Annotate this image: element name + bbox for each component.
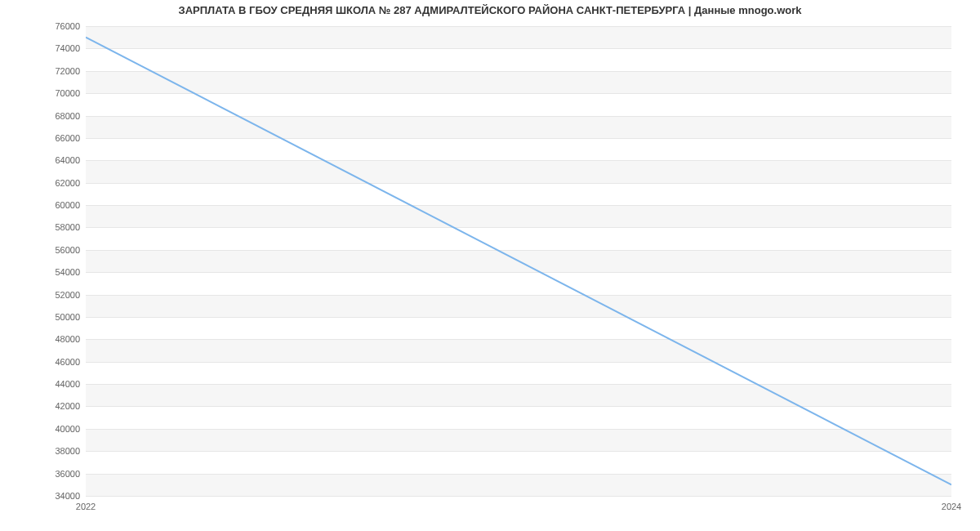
y-tick-label: 62000 xyxy=(7,178,80,188)
y-tick-label: 56000 xyxy=(7,245,80,255)
y-tick-label: 38000 xyxy=(7,446,80,456)
y-tick-label: 68000 xyxy=(7,111,80,121)
y-tick-label: 46000 xyxy=(7,357,80,367)
line-series xyxy=(86,26,951,496)
y-tick-label: 52000 xyxy=(7,290,80,300)
x-tick-label: 2022 xyxy=(76,502,96,511)
y-tick-label: 40000 xyxy=(7,424,80,434)
y-tick-label: 76000 xyxy=(7,21,80,31)
y-tick-label: 74000 xyxy=(7,43,80,53)
y-gridline xyxy=(86,496,951,497)
y-tick-label: 64000 xyxy=(7,155,80,165)
y-tick-label: 72000 xyxy=(7,66,80,76)
y-tick-label: 66000 xyxy=(7,133,80,143)
chart-title: ЗАРПЛАТА В ГБОУ СРЕДНЯЯ ШКОЛА № 287 АДМИ… xyxy=(0,4,980,16)
x-tick-label: 2024 xyxy=(942,502,961,511)
y-tick-label: 54000 xyxy=(7,267,80,277)
y-tick-label: 60000 xyxy=(7,200,80,210)
plot-area xyxy=(86,26,951,496)
y-tick-label: 58000 xyxy=(7,222,80,232)
y-tick-label: 44000 xyxy=(7,379,80,389)
series-line xyxy=(86,38,951,485)
y-tick-label: 48000 xyxy=(7,334,80,344)
y-tick-label: 42000 xyxy=(7,401,80,411)
y-tick-label: 36000 xyxy=(7,469,80,479)
y-tick-label: 50000 xyxy=(7,312,80,322)
chart-container: ЗАРПЛАТА В ГБОУ СРЕДНЯЯ ШКОЛА № 287 АДМИ… xyxy=(0,0,980,531)
y-tick-label: 70000 xyxy=(7,88,80,98)
y-tick-label: 34000 xyxy=(7,491,80,501)
